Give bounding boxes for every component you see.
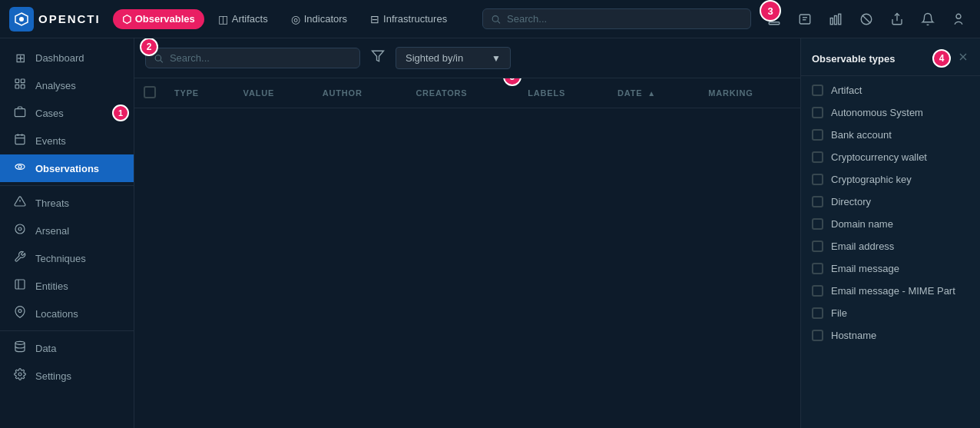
filter-clear-icon[interactable] (957, 51, 969, 66)
filter-checkbox-email-message-mime[interactable] (812, 285, 823, 297)
data-table: TYPE VALUE AUTHOR CREATORS 5 (134, 78, 800, 108)
global-search-input[interactable] (507, 13, 743, 25)
badge-1: 1 (112, 105, 129, 121)
filter-item-bank-account[interactable]: Bank account (801, 124, 980, 146)
filter-item-email-message[interactable]: Email message (801, 257, 980, 280)
svg-rect-15 (15, 79, 19, 83)
filter-checkbox-cryptocurrency-wallet[interactable] (812, 151, 823, 163)
filter-item-artifact[interactable]: Artifact (801, 79, 980, 101)
content-search[interactable]: 2 (145, 48, 360, 68)
share-icon[interactable] (885, 7, 909, 32)
right-panel-header: Observable types 4 (801, 38, 980, 76)
col-date-header[interactable]: DATE ▲ (608, 78, 699, 108)
sidebar-item-data[interactable]: Data (0, 334, 134, 362)
svg-line-12 (862, 15, 871, 23)
filter-item-hostname[interactable]: Hostname (801, 324, 980, 347)
filter-item-domain-name[interactable]: Domain name (801, 213, 980, 235)
filter-checkbox-autonomous-system[interactable] (812, 107, 823, 118)
sidebar-item-threats[interactable]: Threats (0, 189, 134, 217)
cases-icon (12, 105, 28, 121)
sidebar-item-dashboard[interactable]: ⊞ Dashboard (0, 45, 134, 71)
main-layout: ⊞ Dashboard Analyses Cases 1 Events (0, 38, 980, 428)
badge-4: 4 (932, 49, 951, 68)
svg-point-25 (18, 165, 22, 168)
nav-artifacts[interactable]: ◫ Artifacts (209, 9, 277, 29)
svg-rect-10 (839, 14, 841, 25)
col-creators-header: CREATORS 5 (406, 78, 518, 108)
filter-checkbox-cryptographic-key[interactable] (812, 174, 823, 185)
svg-line-3 (498, 21, 500, 23)
user-icon[interactable] (946, 7, 971, 32)
svg-point-33 (15, 341, 25, 344)
ban-icon[interactable] (854, 7, 879, 32)
arsenal-icon (12, 223, 28, 238)
svg-point-32 (18, 310, 22, 313)
nav-observables[interactable]: ⬡ Observables (113, 9, 204, 29)
sidebar-item-settings[interactable]: Settings (0, 362, 134, 390)
data-icon (12, 340, 28, 356)
filter-button[interactable] (366, 46, 389, 70)
threats-icon (12, 195, 28, 211)
observables-icon: ⬡ (122, 13, 131, 25)
sidebar-item-arsenal[interactable]: Arsenal (0, 217, 134, 244)
filter-label-bank-account: Bank account (831, 129, 892, 141)
filter-item-email-address[interactable]: Email address (801, 235, 980, 257)
filter-item-cryptocurrency-wallet[interactable]: Cryptocurrency wallet (801, 146, 980, 168)
sidebar-label-settings: Settings (35, 370, 71, 382)
right-panel: Observable types 4 Artifact Autonomous S… (800, 38, 980, 428)
nav-indicators[interactable]: ◎ Indicators (282, 9, 356, 29)
logo-text: OPENCTI (38, 12, 101, 25)
filter-item-email-message-mime[interactable]: Email message - MIME Part (801, 280, 980, 302)
sighted-dropdown[interactable]: Sighted by/in ▼ (396, 47, 511, 69)
svg-point-35 (155, 55, 161, 61)
settings-icon (12, 368, 28, 383)
filter-checkbox-hostname[interactable] (812, 330, 823, 341)
filter-item-cryptographic-key[interactable]: Cryptographic key (801, 168, 980, 191)
svg-rect-9 (835, 15, 837, 24)
sidebar-item-cases[interactable]: Cases 1 (0, 99, 134, 127)
filter-label-cryptocurrency-wallet: Cryptocurrency wallet (831, 151, 927, 163)
filter-checkbox-email-message[interactable] (812, 263, 823, 274)
filter-item-directory[interactable]: Directory (801, 191, 980, 213)
content-search-input[interactable] (170, 52, 352, 64)
content-search-icon (154, 53, 164, 64)
search-icon (491, 14, 501, 25)
sidebar-item-entities[interactable]: Entities (0, 272, 134, 300)
filter-checkbox-bank-account[interactable] (812, 129, 823, 141)
sidebar-label-data: Data (35, 343, 56, 354)
content-area: 2 Sighted by/in ▼ TY (134, 38, 800, 428)
sidebar-item-observations[interactable]: Observations (0, 154, 134, 182)
nav-infrastructures[interactable]: ⊟ Infrastructures (361, 9, 456, 29)
sidebar-label-analyses: Analyses (35, 80, 76, 91)
svg-rect-4 (769, 22, 780, 24)
filter-label-directory: Directory (831, 196, 871, 207)
svg-marker-37 (372, 51, 384, 61)
sidebar-label-threats: Threats (35, 197, 69, 209)
logo: OPENCTI (9, 7, 101, 32)
filter-item-file[interactable]: File (801, 302, 980, 324)
bell-icon[interactable] (915, 7, 940, 32)
sidebar-item-analyses[interactable]: Analyses (0, 71, 134, 99)
tasks-icon[interactable] (793, 7, 817, 32)
filter-checkbox-file[interactable] (812, 307, 823, 319)
svg-point-14 (956, 14, 961, 18)
sidebar-label-observations: Observations (35, 163, 99, 174)
svg-rect-30 (15, 280, 25, 289)
filter-checkbox-domain-name[interactable] (812, 218, 823, 230)
filter-label-artifact: Artifact (831, 85, 862, 96)
sidebar-item-locations[interactable]: Locations (0, 300, 134, 327)
chart-icon[interactable] (823, 7, 848, 32)
filter-item-autonomous-system[interactable]: Autonomous System (801, 101, 980, 124)
sighted-label: Sighted by/in (406, 52, 463, 64)
filter-checkbox-email-address[interactable] (812, 241, 823, 252)
indicators-icon: ◎ (291, 13, 300, 25)
sidebar-item-events[interactable]: Events (0, 127, 134, 154)
filter-checkbox-artifact[interactable] (812, 85, 823, 96)
sidebar-item-techniques[interactable]: Techniques (0, 244, 134, 272)
select-all-checkbox[interactable] (144, 86, 156, 98)
svg-rect-5 (800, 15, 810, 24)
content-toolbar: 2 Sighted by/in ▼ (134, 38, 800, 78)
filter-checkbox-directory[interactable] (812, 196, 823, 207)
locations-icon (12, 306, 28, 321)
global-search[interactable]: 3 (482, 8, 751, 29)
